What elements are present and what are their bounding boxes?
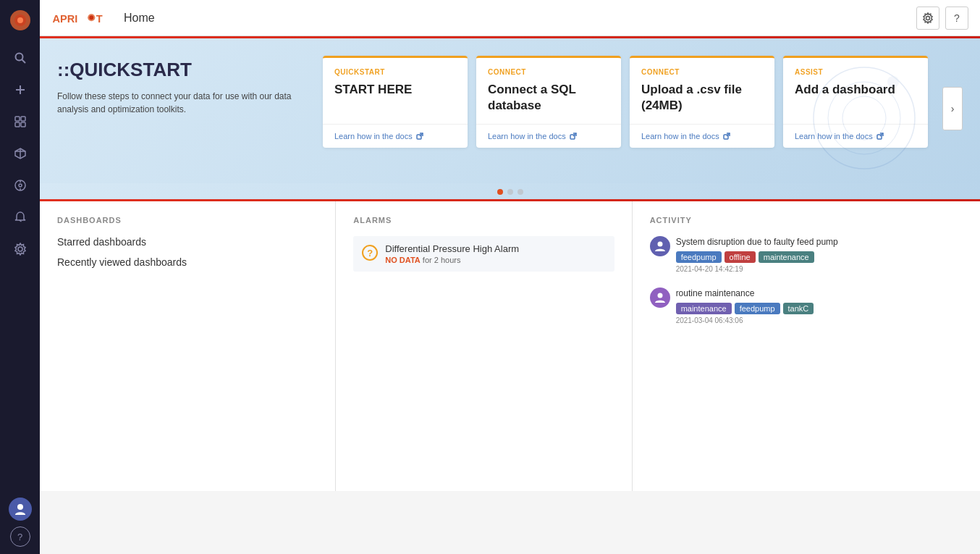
activity-avatar-2 — [650, 288, 670, 308]
activity-content-2: routine maintenance maintenance feedpump… — [676, 288, 963, 324]
quickstart-card-1: QUICKSTART START HERE Learn how in the d… — [323, 56, 468, 148]
carousel-dot-1[interactable] — [497, 189, 503, 195]
tag-feedpump-2[interactable]: feedpump — [735, 303, 780, 314]
activity-tags-2: maintenance feedpump tankC — [676, 303, 963, 314]
svg-point-20 — [17, 504, 23, 510]
card-2-title: Connect a SQL database — [488, 82, 609, 114]
content-area: ::QUICKSTART Follow these steps to conne… — [40, 36, 980, 554]
carousel-dot-2[interactable] — [507, 189, 513, 195]
external-link-icon — [415, 132, 424, 140]
alarm-name: Differential Pressure High Alarm — [385, 243, 519, 254]
svg-point-3 — [15, 54, 22, 61]
carousel-dot-3[interactable] — [518, 189, 523, 195]
topbar: APRI T Home ? — [40, 0, 980, 36]
activity-content-1: System disruption due to faulty feed pum… — [676, 236, 963, 273]
tag-tankc[interactable]: tankC — [783, 303, 814, 314]
compass-icon[interactable] — [7, 172, 33, 198]
alarm-status: NO DATA for 2 hours — [385, 256, 519, 264]
svg-text:APRI: APRI — [52, 12, 77, 24]
quickstart-card-4: ASSIST Add a dashboard Learn how in the … — [783, 56, 928, 148]
svg-line-4 — [22, 60, 25, 64]
activity-timestamp-2: 2021-03-04 06:43:06 — [676, 316, 963, 324]
activity-tags-1: feedpump offline maintenance — [676, 251, 963, 263]
settings-icon[interactable] — [7, 236, 33, 262]
svg-point-39 — [657, 293, 662, 298]
user-avatar[interactable] — [9, 498, 32, 521]
help-bottom-icon[interactable]: ? — [10, 526, 30, 547]
main-content: APRI T Home ? — [40, 0, 980, 554]
quickstart-card-2: CONNECT Connect a SQL database Learn how… — [476, 56, 621, 148]
card-3-title: Upload a .csv file (24MB) — [641, 82, 763, 114]
card-1-title: START HERE — [334, 82, 456, 98]
dashboards-panel-title: DASHBOARDS — [57, 216, 318, 224]
activity-panel-title: ACTIVITY — [650, 216, 963, 224]
sidebar-bottom: ? — [9, 498, 32, 547]
svg-point-25 — [926, 16, 930, 20]
alarm-item: ? Differential Pressure High Alarm NO DA… — [353, 236, 614, 272]
card-2-tag: CONNECT — [488, 68, 609, 76]
tag-offline[interactable]: offline — [725, 251, 756, 263]
card-1-learn-link[interactable]: Learn how in the docs — [323, 124, 468, 148]
quickstart-card-3: CONNECT Upload a .csv file (24MB) Learn … — [630, 56, 774, 148]
quickstart-heading: ::QUICKSTART — [57, 59, 308, 81]
dashboard-grid-icon[interactable] — [7, 109, 33, 135]
svg-point-23 — [89, 15, 93, 20]
search-icon[interactable] — [7, 45, 33, 71]
quickstart-left: ::QUICKSTART Follow these steps to conne… — [57, 56, 308, 116]
tag-maintenance-1[interactable]: maintenance — [759, 251, 814, 263]
svg-rect-7 — [15, 117, 20, 121]
carousel-dots — [40, 183, 980, 199]
settings-button[interactable] — [916, 7, 939, 30]
card-4-title: Add a dashboard — [795, 82, 916, 98]
svg-rect-8 — [21, 117, 25, 121]
svg-point-19 — [18, 247, 22, 251]
svg-point-15 — [19, 184, 22, 187]
activity-item-1: System disruption due to faulty feed pum… — [650, 236, 963, 273]
help-button[interactable]: ? — [945, 7, 968, 30]
svg-rect-10 — [21, 122, 25, 127]
bell-icon[interactable] — [7, 204, 33, 230]
tag-maintenance-2[interactable]: maintenance — [676, 303, 732, 314]
card-4-learn-link[interactable]: Learn how in the docs — [783, 124, 928, 148]
tag-feedpump-1[interactable]: feedpump — [676, 251, 722, 263]
page-title: Home — [124, 12, 155, 25]
starred-dashboards-link[interactable]: Starred dashboards — [57, 236, 318, 248]
topbar-actions: ? — [916, 7, 968, 30]
dashboards-panel: DASHBOARDS Starred dashboards Recently v… — [40, 201, 336, 491]
activity-avatar-1 — [650, 236, 670, 256]
carousel-next-button[interactable]: › — [942, 87, 963, 130]
alarms-panel: ALARMS ? Differential Pressure High Alar… — [336, 201, 632, 491]
help-icon: ? — [954, 12, 960, 24]
quickstart-banner: ::QUICKSTART Follow these steps to conne… — [40, 38, 980, 183]
topbar-logo: APRI T — [51, 8, 109, 28]
add-icon[interactable] — [7, 77, 33, 103]
quickstart-description: Follow these steps to connect your data … — [57, 90, 308, 116]
alarms-panel-title: ALARMS — [353, 216, 614, 224]
svg-point-38 — [657, 242, 662, 247]
card-2-learn-link[interactable]: Learn how in the docs — [476, 124, 621, 148]
recent-dashboards-link[interactable]: Recently viewed dashboards — [57, 256, 318, 268]
sidebar: ? — [0, 0, 40, 554]
card-3-learn-link[interactable]: Learn how in the docs — [630, 124, 774, 148]
activity-panel: ACTIVITY System disruption due to faulty… — [633, 201, 980, 491]
app-logo[interactable] — [7, 7, 33, 33]
external-link-icon-3 — [722, 132, 731, 140]
quickstart-cards: QUICKSTART START HERE Learn how in the d… — [323, 56, 928, 148]
alarm-duration: for 2 hours — [423, 256, 461, 264]
activity-item-2: routine maintenance maintenance feedpump… — [650, 288, 963, 324]
bottom-panels: DASHBOARDS Starred dashboards Recently v… — [40, 201, 980, 491]
card-3-tag: CONNECT — [641, 68, 763, 76]
card-1-tag: QUICKSTART — [334, 68, 456, 76]
activity-description-2: routine maintenance — [676, 288, 963, 300]
alarm-question-icon: ? — [362, 245, 378, 261]
svg-text:T: T — [96, 12, 103, 24]
alarm-no-data-label: NO DATA — [385, 256, 420, 264]
external-link-icon-4 — [876, 132, 884, 140]
svg-rect-9 — [15, 122, 20, 127]
svg-point-2 — [17, 17, 23, 23]
external-link-icon-2 — [569, 132, 578, 140]
alarm-details: Differential Pressure High Alarm NO DATA… — [385, 243, 519, 264]
card-4-tag: ASSIST — [795, 68, 916, 76]
cube-icon[interactable] — [7, 140, 33, 167]
activity-timestamp-1: 2021-04-20 14:42:19 — [676, 265, 963, 273]
